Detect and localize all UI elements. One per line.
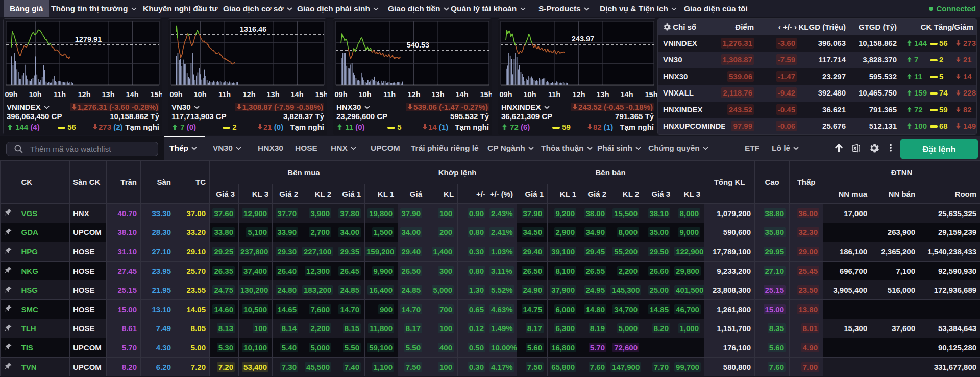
svg-text:14h: 14h <box>291 90 304 99</box>
svg-text:540.53: 540.53 <box>407 41 429 49</box>
svg-text:09h: 09h <box>500 90 512 99</box>
svg-text:15h: 15h <box>151 90 163 99</box>
svg-text:243.97: 243.97 <box>572 35 594 43</box>
svg-text:11h: 11h <box>218 90 231 99</box>
svg-text:13h: 13h <box>432 90 445 99</box>
svg-text:13h: 13h <box>597 90 609 99</box>
svg-text:12h: 12h <box>408 90 421 99</box>
svg-text:10h: 10h <box>524 90 536 99</box>
svg-text:10h: 10h <box>359 90 372 99</box>
svg-text:14h: 14h <box>621 90 633 99</box>
svg-text:13h: 13h <box>102 90 115 99</box>
svg-text:09h: 09h <box>335 90 348 99</box>
svg-text:09h: 09h <box>170 90 183 99</box>
svg-text:1279.91: 1279.91 <box>75 35 102 43</box>
svg-text:15h: 15h <box>315 90 328 99</box>
svg-text:12h: 12h <box>243 90 256 99</box>
svg-text:10h: 10h <box>29 90 42 99</box>
svg-text:10h: 10h <box>194 90 207 99</box>
svg-text:09h: 09h <box>5 90 18 99</box>
svg-text:1316.46: 1316.46 <box>240 25 266 33</box>
svg-text:13h: 13h <box>267 90 280 99</box>
svg-text:12h: 12h <box>78 90 91 99</box>
svg-text:11h: 11h <box>54 90 66 99</box>
svg-text:14h: 14h <box>456 90 469 99</box>
svg-text:14h: 14h <box>126 90 139 99</box>
svg-text:12h: 12h <box>573 90 585 99</box>
svg-text:15h: 15h <box>480 90 493 99</box>
svg-text:11h: 11h <box>383 90 396 99</box>
svg-text:15h: 15h <box>645 90 657 99</box>
svg-text:11h: 11h <box>548 90 560 99</box>
